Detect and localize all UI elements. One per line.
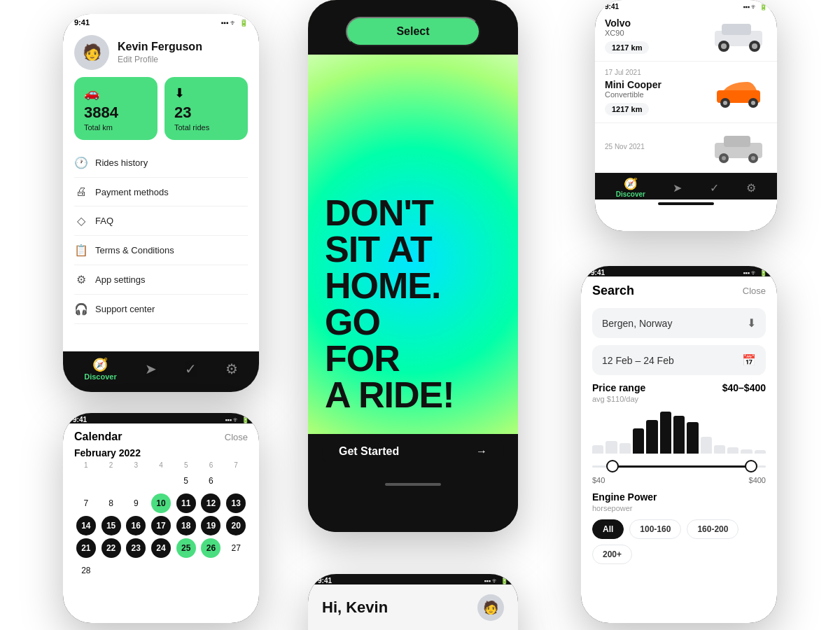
- app-layout: 9:41 ▪▪▪ ᯤ 🔋 🧑 Kevin Ferguson Edit Profi…: [0, 0, 840, 630]
- search-close-button[interactable]: Close: [743, 286, 766, 296]
- price-bar-chart: [592, 412, 766, 454]
- car-card-volvo[interactable]: Volvo XC90 1217 km: [595, 10, 777, 62]
- menu-payment[interactable]: 🖨 Payment methods: [74, 178, 248, 206]
- nav-check-icon-1[interactable]: ✓: [185, 360, 197, 377]
- price-label: Price range: [592, 382, 645, 393]
- menu-support[interactable]: 🎧 Support center: [74, 295, 248, 324]
- cal-day-6[interactable]: 6: [201, 471, 220, 491]
- price-value: $40–$400: [722, 382, 766, 393]
- car-card-3[interactable]: 25 Nov 2021: [595, 123, 777, 173]
- cal-day-22[interactable]: 22: [102, 538, 121, 558]
- nav-discover-1[interactable]: 🧭 Discover: [84, 357, 116, 381]
- signal-1: ▪▪▪ ᯤ 🔋: [221, 19, 248, 27]
- nav-discover-label-cars: Discover: [616, 190, 645, 198]
- cal-day-9[interactable]: 9: [126, 493, 146, 513]
- day-header-3: 3: [124, 461, 148, 469]
- svg-point-16: [751, 156, 755, 160]
- engine-pill-all[interactable]: All: [592, 519, 624, 539]
- compass-icon-1: 🧭: [92, 357, 108, 372]
- calendar-grid: 5 6 7 8 9 10 11 12 13 14 15 16 17 18 19 …: [63, 470, 259, 581]
- menu-settings[interactable]: ⚙ App settings: [74, 265, 248, 295]
- cal-day-7[interactable]: 7: [76, 493, 96, 513]
- menu-faq[interactable]: ◇ FAQ: [74, 206, 248, 236]
- cal-day-13[interactable]: 13: [226, 493, 246, 513]
- cal-day-26[interactable]: 26: [201, 538, 220, 558]
- range-thumb-right[interactable]: [745, 460, 757, 472]
- cal-day-17[interactable]: 17: [151, 516, 171, 536]
- date-input[interactable]: 12 Feb – 24 Feb 📅: [592, 345, 766, 375]
- cal-day-27[interactable]: 27: [226, 538, 246, 558]
- status-time-cal: 9:41: [73, 416, 87, 424]
- stat-card-rides: ⬇ 23 Total rides: [164, 77, 248, 140]
- nav-location-cars[interactable]: ➤: [673, 181, 682, 195]
- cal-day-18[interactable]: 18: [176, 516, 196, 536]
- cal-day-25[interactable]: 25: [176, 538, 196, 558]
- cal-day-23[interactable]: 23: [126, 538, 146, 558]
- nav-check-cars[interactable]: ✓: [710, 181, 719, 195]
- hero-headline: DON'TSIT ATHOME.GOFORA RIDE!: [325, 195, 501, 413]
- cal-day-empty5: [226, 471, 246, 491]
- range-track: [592, 465, 766, 468]
- cal-day-20[interactable]: 20: [226, 516, 246, 536]
- phone-calendar: 9:41 ▪▪▪ ᯤ 🔋 Calendar Close February 202…: [63, 413, 259, 623]
- day-header-6: 6: [200, 461, 223, 469]
- cal-day-24[interactable]: 24: [151, 538, 171, 558]
- menu-terms[interactable]: 📋 Terms & Conditions: [74, 236, 248, 265]
- engine-title: Engine Power: [592, 491, 766, 503]
- cal-day-5[interactable]: 5: [176, 471, 196, 491]
- svg-point-10: [751, 101, 755, 105]
- location-input[interactable]: Bergen, Norway ⬇: [592, 308, 766, 338]
- stat-card-km: 🚗 3884 Total km: [74, 77, 158, 140]
- engine-pill-200[interactable]: 200+: [592, 545, 632, 564]
- price-range-slider[interactable]: [592, 459, 766, 473]
- cal-day-28[interactable]: 28: [76, 561, 96, 580]
- nav-discover-cars[interactable]: 🧭 Discover: [616, 177, 645, 198]
- stat-rides-value: 23: [174, 104, 238, 122]
- edit-profile-link[interactable]: Edit Profile: [118, 55, 202, 64]
- nav-location-icon-1[interactable]: ➤: [145, 360, 157, 377]
- svg-point-14: [722, 156, 726, 160]
- car-image-mini: [711, 75, 767, 110]
- cal-day-21[interactable]: 21: [76, 538, 96, 558]
- cal-day-11[interactable]: 11: [176, 493, 196, 513]
- engine-pills: All 100-160 160-200 200+: [592, 519, 766, 564]
- calendar-icon: 📅: [742, 354, 756, 367]
- bar-11: [727, 447, 738, 454]
- payment-icon: 🖨: [74, 186, 88, 198]
- car-type-mini: Convertible: [605, 90, 711, 99]
- cal-day-15[interactable]: 15: [102, 516, 121, 536]
- get-started-button[interactable]: Get Started →: [322, 434, 504, 469]
- nav-gear-icon-1[interactable]: ⚙: [225, 360, 238, 377]
- range-thumb-left[interactable]: [606, 460, 619, 472]
- menu-rides-history[interactable]: 🕐 Rides history: [74, 148, 248, 178]
- cal-day-8[interactable]: 8: [102, 493, 121, 513]
- cal-day-14[interactable]: 14: [76, 516, 96, 536]
- faq-icon: ◇: [74, 214, 88, 227]
- car-date-mini: 17 Jul 2021: [605, 69, 711, 76]
- nav-gear-cars[interactable]: ⚙: [746, 181, 756, 195]
- bar-9: [701, 437, 712, 454]
- car-name-mini: Mini Cooper: [605, 79, 711, 90]
- cal-day-16[interactable]: 16: [126, 516, 146, 536]
- svg-point-5: [752, 43, 757, 49]
- profile-header: 🧑 Kevin Ferguson Edit Profile: [63, 27, 259, 77]
- download-icon: ⬇: [174, 85, 238, 101]
- avatar: 🧑: [74, 35, 109, 70]
- cal-day-19[interactable]: 19: [201, 516, 220, 536]
- cal-day-10[interactable]: 10: [151, 493, 171, 513]
- select-button[interactable]: Select: [346, 17, 479, 46]
- car-info-volvo: Volvo XC90 1217 km: [605, 18, 711, 54]
- bar-4: [633, 428, 644, 454]
- bar-1: [592, 445, 603, 454]
- car-card-mini[interactable]: 17 Jul 2021 Mini Cooper Convertible 1217…: [595, 62, 777, 123]
- calendar-close[interactable]: Close: [225, 432, 248, 442]
- settings-icon: ⚙: [74, 273, 88, 286]
- cal-day-12[interactable]: 12: [201, 493, 220, 513]
- hero-area: DON'TSIT ATHOME.GOFORA RIDE!: [308, 0, 518, 434]
- calendar-header: Calendar Close: [63, 424, 259, 447]
- car-image-3: [711, 130, 767, 165]
- engine-pill-160[interactable]: 160-200: [687, 519, 738, 539]
- car-km-volvo: 1217 km: [605, 41, 649, 54]
- phone-search: 9:41 ▪▪▪ ᯤ 🔋 Search Close Bergen, Norway…: [581, 266, 777, 623]
- engine-pill-100[interactable]: 100-160: [629, 519, 681, 539]
